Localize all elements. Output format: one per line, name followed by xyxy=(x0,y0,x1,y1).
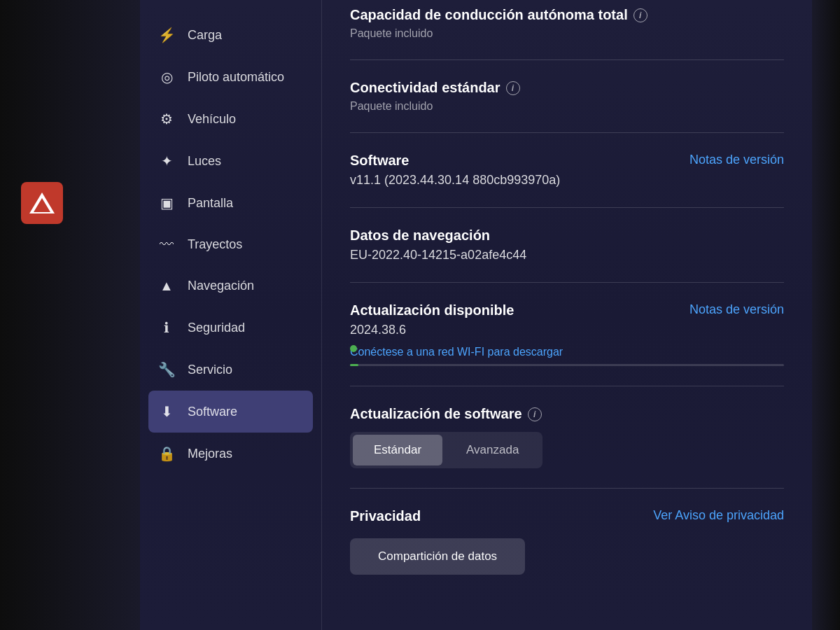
hazard-button[interactable] xyxy=(21,182,63,224)
privacy-notice-link[interactable]: Ver Aviso de privacidad xyxy=(653,508,784,523)
sidebar-item-trayectos[interactable]: 〰 Trayectos xyxy=(140,224,321,265)
navigation-icon: ▲ xyxy=(157,278,176,294)
update-header: Actualización disponible Notas de versió… xyxy=(350,302,784,318)
sidebar-label-trayectos: Trayectos xyxy=(188,237,242,252)
sidebar-label-vehiculo: Vehículo xyxy=(188,112,236,127)
capacidad-subtitle: Paquete incluido xyxy=(350,27,784,40)
sidebar-label-luces: Luces xyxy=(188,154,221,169)
capacidad-info-icon[interactable]: i xyxy=(634,8,648,22)
update-mode-toggle-group: Estándar Avanzada xyxy=(350,432,542,468)
main-content-area: Capacidad de conducción autónoma total i… xyxy=(322,0,812,630)
section-conectividad: Conectividad estándar i Paquete incluido xyxy=(350,60,784,133)
upgrades-icon: 🔒 xyxy=(157,445,176,462)
privacidad-title: Privacidad xyxy=(350,508,421,524)
vehicle-icon: ⚙ xyxy=(157,111,176,127)
data-sharing-button[interactable]: Compartición de datos xyxy=(350,538,525,575)
sidebar-item-servicio[interactable]: 🔧 Servicio xyxy=(140,349,321,391)
trips-icon: 〰 xyxy=(157,237,176,253)
software-version: v11.1 (2023.44.30.14 880cb993970a) xyxy=(350,173,784,188)
sidebar-label-seguridad: Seguridad xyxy=(188,321,245,335)
update-mode-title: Actualización de software i xyxy=(350,406,542,422)
sidebar-item-seguridad[interactable]: ℹ Seguridad xyxy=(140,307,321,349)
update-progress-dot xyxy=(350,345,357,352)
wifi-link[interactable]: Conéctese a una red WI-FI para descargar xyxy=(350,346,563,358)
conectividad-title: Conectividad estándar i xyxy=(350,80,520,96)
toggle-estandar-button[interactable]: Estándar xyxy=(353,435,442,465)
sidebar-label-servicio: Servicio xyxy=(188,363,232,377)
autopilot-icon: ◎ xyxy=(157,69,176,85)
hazard-icon xyxy=(29,192,55,214)
sidebar-item-software[interactable]: ⬇ Software xyxy=(148,391,313,433)
sidebar: ⚡ Carga ◎ Piloto automático ⚙ Vehículo ✦… xyxy=(140,0,322,630)
capacidad-title: Capacidad de conducción autónoma total i xyxy=(350,7,648,23)
nav-data-title: Datos de navegación xyxy=(350,227,490,244)
service-icon: 🔧 xyxy=(157,361,176,378)
toggle-avanzada-button[interactable]: Avanzada xyxy=(445,435,540,465)
conectividad-subtitle: Paquete incluido xyxy=(350,100,784,113)
section-privacidad: Privacidad Ver Aviso de privacidad Compa… xyxy=(350,489,784,594)
privacidad-header: Privacidad Ver Aviso de privacidad xyxy=(350,508,784,524)
left-car-edge xyxy=(0,0,140,630)
section-software: Software Notas de versión v11.1 (2023.44… xyxy=(350,133,784,208)
charge-icon: ⚡ xyxy=(157,27,176,43)
software-download-icon: ⬇ xyxy=(157,403,176,420)
nav-data-header: Datos de navegación xyxy=(350,227,784,244)
update-progress-container: Conéctese a una red WI-FI para descargar xyxy=(350,346,784,366)
lights-icon: ✦ xyxy=(157,153,176,169)
section-capacidad: Capacidad de conducción autónoma total i… xyxy=(350,0,784,60)
nav-data-version: EU-2022.40-14215-a02afe4c44 xyxy=(350,248,784,262)
conectividad-info-icon[interactable]: i xyxy=(506,81,520,95)
conectividad-header: Conectividad estándar i xyxy=(350,80,784,96)
sidebar-label-navegacion: Navegación xyxy=(188,279,254,293)
section-update: Actualización disponible Notas de versió… xyxy=(350,283,784,386)
capacidad-header: Capacidad de conducción autónoma total i xyxy=(350,7,784,23)
sidebar-item-mejoras[interactable]: 🔒 Mejoras xyxy=(140,433,321,475)
software-header: Software Notas de versión xyxy=(350,153,784,169)
sidebar-label-pantalla: Pantalla xyxy=(188,196,233,211)
update-progress-bar xyxy=(350,364,784,366)
software-title: Software xyxy=(350,153,409,169)
display-icon: ▣ xyxy=(157,195,176,211)
sidebar-item-vehiculo[interactable]: ⚙ Vehículo xyxy=(140,98,321,140)
sidebar-item-piloto[interactable]: ◎ Piloto automático xyxy=(140,56,321,98)
update-title: Actualización disponible xyxy=(350,302,514,318)
update-version: 2024.38.6 xyxy=(350,323,784,337)
main-screen: ⚡ Carga ◎ Piloto automático ⚙ Vehículo ✦… xyxy=(140,0,812,630)
sidebar-item-pantalla[interactable]: ▣ Pantalla xyxy=(140,182,321,224)
update-mode-header: Actualización de software i xyxy=(350,406,784,422)
right-car-edge xyxy=(812,0,840,630)
security-icon: ℹ xyxy=(157,319,176,336)
section-update-mode: Actualización de software i Estándar Ava… xyxy=(350,386,784,489)
sidebar-label-software: Software xyxy=(188,405,237,419)
update-version-notes-link[interactable]: Notas de versión xyxy=(690,302,784,317)
sidebar-label-mejoras: Mejoras xyxy=(188,447,232,461)
sidebar-label-carga: Carga xyxy=(188,28,222,43)
sidebar-item-luces[interactable]: ✦ Luces xyxy=(140,140,321,182)
section-nav-data: Datos de navegación EU-2022.40-14215-a02… xyxy=(350,208,784,283)
update-progress-fill xyxy=(350,364,358,366)
sidebar-item-navegacion[interactable]: ▲ Navegación xyxy=(140,265,321,307)
update-mode-info-icon[interactable]: i xyxy=(528,407,542,421)
software-version-notes-link[interactable]: Notas de versión xyxy=(690,153,784,167)
sidebar-item-carga[interactable]: ⚡ Carga xyxy=(140,14,321,56)
sidebar-label-piloto: Piloto automático xyxy=(188,70,284,85)
